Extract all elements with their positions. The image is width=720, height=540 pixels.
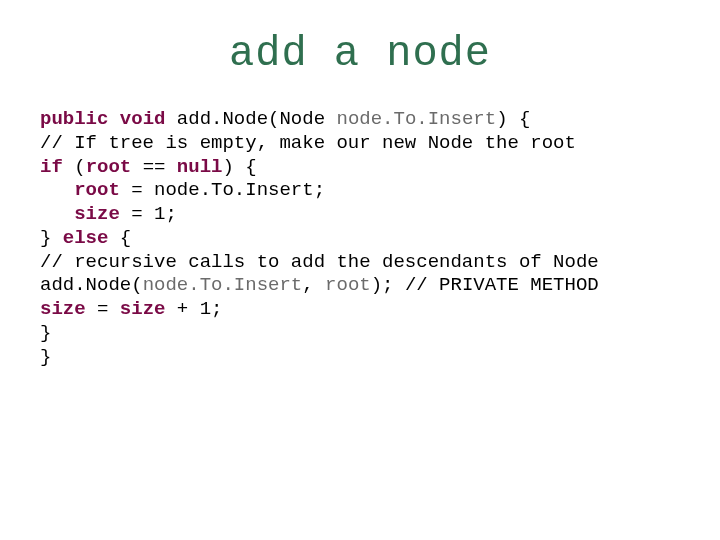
line1-tail: ) { [496,108,530,130]
keyword-if: if [40,156,63,178]
code-line-10: } [40,322,51,344]
keyword-root: root [86,156,132,178]
l6-brace: } [40,227,63,249]
l4-rest: = node.To.Insert; [120,179,325,201]
keyword-else: else [63,227,109,249]
code-line-3: if (root == null) { [40,156,257,178]
code-line-5: size = 1; [40,203,177,225]
l3-close: ) { [222,156,256,178]
code-line-4: root = node.To.Insert; [40,179,325,201]
l6-rest: { [108,227,131,249]
l9-size1: size [40,298,86,320]
code-line-1: public void add.Node(Node node.To.Insert… [40,108,530,130]
code-line-6: } else { [40,227,131,249]
slide-title: add a node [40,30,680,78]
l8-sep: , [302,274,325,296]
code-line-9: size = size + 1; [40,298,222,320]
code-line-2: // If tree is empty, make our new Node t… [40,132,576,154]
l3-open: ( [63,156,86,178]
l8-tail: ); // PRIVATE METHOD [371,274,599,296]
slide: add a node public void add.Node(Node nod… [0,0,720,540]
parameter: node.To.Insert [336,108,496,130]
l8-arg1: node.To.Insert [143,274,303,296]
l8-fn: add.Node( [40,274,143,296]
l5-rest: = 1; [120,203,177,225]
l9-mid: = [86,298,120,320]
l9-tail: + 1; [165,298,222,320]
keyword-public: public [40,108,108,130]
l8-arg2: root [325,274,371,296]
code-line-7: // recursive calls to add the descendant… [40,251,599,273]
keyword-root-assign: root [74,179,120,201]
code-line-11: } [40,346,51,368]
method-name: add.Node(Node [177,108,337,130]
keyword-null: null [177,156,223,178]
code-line-8: add.Node(node.To.Insert, root); // PRIVA… [40,274,599,296]
code-block: public void add.Node(Node node.To.Insert… [40,108,680,369]
l9-size2: size [120,298,166,320]
l3-eqeq: == [131,156,177,178]
keyword-size: size [74,203,120,225]
keyword-void: void [120,108,166,130]
